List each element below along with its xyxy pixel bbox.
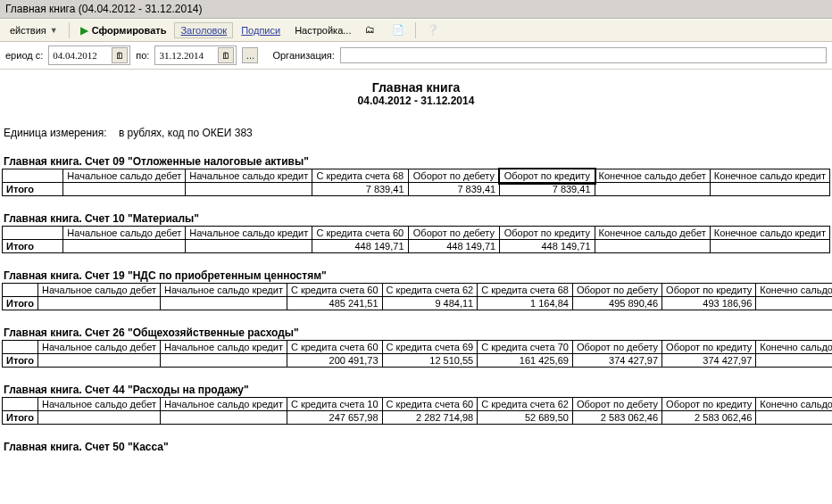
- cell[interactable]: 1 164,84: [478, 297, 573, 310]
- col-ksk[interactable]: Конечное сальдо кредит: [710, 227, 829, 240]
- col-nsd[interactable]: Начальное сальдо дебет: [38, 341, 161, 354]
- cell[interactable]: 7 839,41: [312, 183, 408, 196]
- col-nsk[interactable]: Начальное сальдо кредит: [186, 227, 312, 240]
- col-k62[interactable]: С кредита счета 62: [382, 284, 478, 297]
- cell[interactable]: 7 839,41: [408, 183, 500, 196]
- print-icon: 📄: [392, 24, 404, 37]
- col-od[interactable]: Оборот по дебету: [572, 341, 661, 354]
- cell[interactable]: [63, 240, 186, 253]
- cell[interactable]: 52 689,50: [478, 411, 573, 425]
- cell[interactable]: 448 149,71: [500, 240, 595, 253]
- signatures-button[interactable]: Подписи: [235, 22, 287, 38]
- cell[interactable]: 493 186,96: [662, 297, 756, 310]
- col-nsk[interactable]: Начальное сальдо кредит: [160, 284, 287, 297]
- col-nsk[interactable]: Начальное сальдо кредит: [160, 398, 287, 411]
- col-k68[interactable]: С кредита счета 68: [312, 169, 408, 183]
- col-k60[interactable]: С кредита счета 60: [382, 398, 478, 411]
- cell[interactable]: [38, 297, 161, 310]
- col-od[interactable]: Оборот по дебету: [572, 284, 661, 297]
- table-row[interactable]: Итого 7 839,41 7 839,41 7 839,41: [3, 183, 830, 196]
- cell[interactable]: [160, 297, 287, 310]
- tool-icon-2[interactable]: 📄: [386, 21, 411, 39]
- table-row[interactable]: Итого 485 241,51 9 484,11 1 164,84 495 8…: [3, 297, 833, 310]
- calendar-icon[interactable]: 🗓: [112, 47, 128, 63]
- cell[interactable]: [710, 183, 829, 196]
- cell[interactable]: [756, 354, 832, 368]
- cell[interactable]: [710, 240, 829, 253]
- col-ksk[interactable]: Конечное сальдо кредит: [710, 169, 829, 183]
- setup-button[interactable]: Настройка...: [288, 22, 357, 38]
- col-k10[interactable]: С кредита счета 10: [287, 398, 382, 411]
- col-ok[interactable]: Оборот по кредиту: [662, 284, 756, 297]
- col-od[interactable]: Оборот по дебету: [572, 398, 661, 411]
- col-ok[interactable]: Оборот по кредиту: [662, 398, 756, 411]
- form-button[interactable]: ▶Сформировать: [74, 21, 173, 39]
- table-row[interactable]: Итого 200 491,73 12 510,55 161 425,69 37…: [3, 354, 833, 368]
- calendar-icon[interactable]: 🗓: [218, 47, 234, 63]
- cell[interactable]: [63, 183, 186, 196]
- col-nsk[interactable]: Начальное сальдо кредит: [186, 169, 312, 183]
- cell[interactable]: [756, 411, 832, 425]
- cell[interactable]: 374 427,97: [572, 354, 661, 368]
- cell[interactable]: 7 839,41: [500, 183, 595, 196]
- col-k70[interactable]: С кредита счета 70: [478, 341, 573, 354]
- cell[interactable]: 374 427,97: [662, 354, 756, 368]
- cell[interactable]: [160, 354, 287, 368]
- cell[interactable]: 448 149,71: [408, 240, 500, 253]
- cell[interactable]: [186, 183, 312, 196]
- org-input[interactable]: [340, 47, 827, 63]
- col-k60[interactable]: С кредита счета 60: [287, 341, 382, 354]
- cell[interactable]: [38, 354, 161, 368]
- col-k60[interactable]: С кредита счета 60: [287, 284, 382, 297]
- col-ksd-cut[interactable]: Конечно сальдо д: [756, 398, 832, 411]
- col-ok[interactable]: Оборот по кредиту: [662, 341, 756, 354]
- date-from-input[interactable]: [51, 49, 110, 62]
- col-nsd[interactable]: Начальное сальдо дебет: [38, 284, 161, 297]
- actions-menu[interactable]: ействия ▼: [4, 22, 64, 38]
- date-to-field[interactable]: 🗓: [154, 45, 237, 65]
- col-nsd[interactable]: Начальное сальдо дебет: [63, 227, 186, 240]
- cell[interactable]: 247 657,98: [287, 411, 382, 425]
- col-k62[interactable]: С кредита счета 62: [478, 398, 573, 411]
- cell[interactable]: [595, 183, 710, 196]
- cell[interactable]: [160, 411, 287, 425]
- cell[interactable]: 2 282 714,98: [382, 411, 478, 425]
- cell[interactable]: 2 583 062,46: [662, 411, 756, 425]
- section-title: Главная книга. Счет 26 "Общехозяйственны…: [4, 326, 830, 339]
- cell[interactable]: 495 890,46: [572, 297, 661, 310]
- date-from-field[interactable]: 🗓: [48, 45, 130, 65]
- col-nsd[interactable]: Начальное сальдо дебет: [38, 398, 161, 411]
- tool-icon-1[interactable]: 🗂: [359, 21, 384, 39]
- table-row[interactable]: Итого 247 657,98 2 282 714,98 52 689,50 …: [3, 411, 833, 425]
- header-button[interactable]: Заголовок: [174, 22, 233, 38]
- col-od[interactable]: Оборот по дебету: [408, 227, 500, 240]
- col-nsk[interactable]: Начальное сальдо кредит: [160, 341, 287, 354]
- cell[interactable]: [595, 240, 710, 253]
- col-k68[interactable]: С кредита счета 68: [478, 284, 573, 297]
- col-ksd-cut[interactable]: Конечно сальдо д: [756, 341, 832, 354]
- cell[interactable]: [38, 411, 161, 425]
- period-picker-button[interactable]: …: [242, 47, 258, 63]
- cell[interactable]: 200 491,73: [287, 354, 382, 368]
- col-nsd[interactable]: Начальное сальдо дебет: [63, 169, 186, 183]
- table-row[interactable]: Итого 448 149,71 448 149,71 448 149,71: [3, 240, 830, 253]
- cell[interactable]: 161 425,69: [478, 354, 573, 368]
- col-od[interactable]: Оборот по дебету: [408, 169, 500, 183]
- cell[interactable]: 9 484,11: [382, 297, 478, 310]
- cell[interactable]: [186, 240, 312, 253]
- col-k69[interactable]: С кредита счета 69: [382, 341, 478, 354]
- help-button[interactable]: ❔: [420, 21, 445, 39]
- date-to-input[interactable]: [157, 49, 216, 62]
- cell[interactable]: 12 510,55: [382, 354, 478, 368]
- col-k60[interactable]: С кредита счета 60: [312, 227, 408, 240]
- col-ksd-cut[interactable]: Конечно сальдо д: [756, 284, 832, 297]
- cell[interactable]: 2 583 062,46: [572, 411, 661, 425]
- cell[interactable]: 485 241,51: [287, 297, 382, 310]
- cell[interactable]: 448 149,71: [312, 240, 408, 253]
- col-ksd[interactable]: Конечное сальдо дебет: [595, 169, 710, 183]
- row-total-label: Итого: [3, 354, 38, 368]
- col-ksd[interactable]: Конечное сальдо дебет: [595, 227, 710, 240]
- col-ok[interactable]: Оборот по кредиту: [500, 227, 595, 240]
- col-ok-selected[interactable]: Оборот по кредиту: [500, 169, 595, 183]
- cell[interactable]: 2: [756, 297, 832, 310]
